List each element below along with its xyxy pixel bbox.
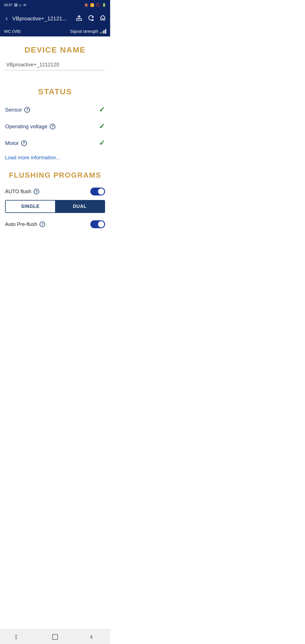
status-title: STATUS [5, 78, 105, 101]
status-section: STATUS Sensor ? ✓ Operating voltage ? ✓ … [5, 78, 105, 163]
flushing-programs-section: FLUSHING PROGRAMS AUTO flush ? SINGLE DU… [5, 163, 105, 231]
flush-mode-selector: SINGLE DUAL [5, 200, 105, 213]
wifi-icon: 📶 [90, 3, 94, 7]
motor-help-icon[interactable]: ? [21, 140, 27, 146]
auto-flush-toggle[interactable] [90, 188, 105, 195]
mail-icon: ✉ [23, 3, 26, 7]
refresh-button[interactable] [88, 14, 94, 23]
dual-mode-button[interactable]: DUAL [55, 201, 104, 212]
back-button[interactable]: ‹ [4, 14, 9, 23]
auto-flush-label: AUTO flush ? [5, 189, 39, 195]
status-bar-left: 09:07 🖼 ▷ ✉ [4, 3, 26, 7]
battery-icon: 🔋 [102, 3, 106, 7]
auto-flush-row: AUTO flush ? [5, 185, 105, 198]
app-bar-title: VBproactive+_12121... [12, 16, 73, 22]
auto-pre-flush-label: Auto Pre-flush ? [5, 221, 45, 227]
device-name-section: DEVICE NAME [5, 36, 105, 78]
auto-pre-flush-help-icon[interactable]: ? [40, 221, 45, 227]
signal-bars-icon [100, 29, 106, 34]
mute-icon: 🔇 [84, 3, 88, 7]
time-display: 09:07 [4, 3, 12, 7]
motor-text: Motor [5, 140, 19, 146]
play-icon: ▷ [19, 3, 22, 7]
signal-strength-container: Signal strength [70, 29, 106, 34]
signal-label: Signal strength [70, 29, 98, 34]
status-item-motor: Motor ? ✓ [5, 135, 105, 151]
status-item-voltage: Operating voltage ? ✓ [5, 118, 105, 135]
photo-icon: 🖼 [14, 3, 18, 7]
voltage-text: Operating voltage [5, 123, 47, 130]
app-bar-icons [76, 14, 106, 23]
motor-label: Motor ? [5, 140, 27, 146]
single-mode-button[interactable]: SINGLE [6, 201, 55, 212]
status-bar-right: 🔇 📶 🚫 🔋 [84, 3, 106, 7]
home-button[interactable] [99, 14, 106, 23]
auto-pre-flush-slider [90, 220, 105, 228]
flushing-title: FLUSHING PROGRAMS [5, 163, 105, 185]
auto-flush-slider [90, 188, 105, 195]
location-label: WC (VB) [4, 29, 21, 34]
status-bar: 09:07 🖼 ▷ ✉ 🔇 📶 🚫 🔋 [0, 0, 110, 10]
main-content: DEVICE NAME STATUS Sensor ? ✓ Operating … [0, 36, 110, 251]
device-name-title: DEVICE NAME [5, 36, 105, 60]
auto-pre-flush-toggle[interactable] [90, 220, 105, 228]
sensor-label: Sensor ? [5, 107, 30, 113]
voltage-help-icon[interactable]: ? [50, 124, 55, 129]
voltage-label: Operating voltage ? [5, 123, 55, 130]
sensor-check-icon: ✓ [99, 105, 105, 114]
device-name-input[interactable] [5, 60, 105, 70]
load-more-link[interactable]: Load more information... [5, 151, 105, 163]
app-bar: ‹ VBproactive+_12121... [0, 10, 110, 27]
auto-pre-flush-text: Auto Pre-flush [5, 221, 37, 227]
voltage-check-icon: ✓ [99, 122, 105, 131]
motor-check-icon: ✓ [99, 139, 105, 147]
blocked-icon: 🚫 [96, 3, 100, 7]
auto-flush-help-icon[interactable]: ? [34, 189, 39, 194]
auto-pre-flush-row: Auto Pre-flush ? [5, 217, 105, 231]
sensor-help-icon[interactable]: ? [24, 107, 30, 113]
status-item-sensor: Sensor ? ✓ [5, 101, 105, 118]
upload-button[interactable] [76, 14, 82, 23]
sensor-text: Sensor [5, 107, 22, 113]
sub-bar: WC (VB) Signal strength [0, 27, 110, 36]
auto-flush-text: AUTO flush [5, 189, 31, 195]
